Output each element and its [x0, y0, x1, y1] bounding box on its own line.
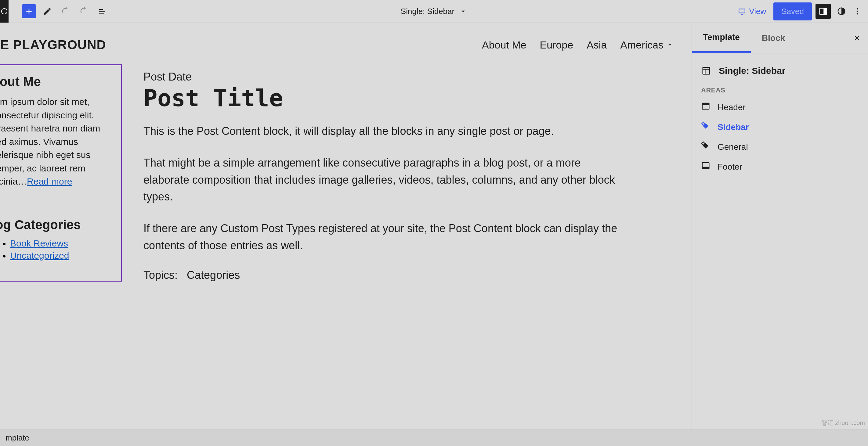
category-link-book-reviews[interactable]: Book Reviews — [10, 238, 68, 248]
watermark: 智汇 zhuon.com — [821, 419, 865, 427]
topbar-right: View Saved — [733, 0, 868, 23]
saved-button-label: Saved — [781, 7, 804, 16]
sidebar-spacer — [0, 188, 115, 218]
monitor-icon — [738, 7, 746, 15]
view-button-label: View — [749, 7, 766, 16]
edit-mode-button[interactable] — [40, 4, 54, 18]
chevron-down-icon — [666, 41, 673, 48]
header-icon — [701, 102, 710, 113]
svg-rect-13 — [703, 143, 708, 149]
svg-rect-3 — [824, 8, 827, 14]
about-me-text[interactable]: rem ipsum dolor sit met, consectetur dip… — [0, 95, 115, 188]
document-overview-button[interactable] — [95, 4, 109, 18]
undo-icon — [61, 7, 70, 16]
add-block-button[interactable] — [22, 4, 36, 18]
area-item-sidebar[interactable]: Sidebar — [701, 117, 859, 137]
template-name-label: Single: Sidebar — [719, 66, 785, 76]
area-item-label: Footer — [717, 162, 742, 172]
post-content-area: Post Date Post Title This is the Post Co… — [144, 64, 673, 282]
kebab-icon — [853, 7, 862, 15]
site-navigation: About Me Europe Asia Americas — [482, 39, 673, 51]
settings-panel: Template Block Single: Sidebar AREAS Hea… — [691, 23, 868, 429]
svg-rect-10 — [702, 103, 709, 105]
topbar-left — [0, 0, 109, 23]
nav-link-americas-label: Americas — [620, 39, 663, 51]
page-body: bout Me rem ipsum dolor sit met, consect… — [0, 58, 691, 282]
read-more-link[interactable]: Read more — [27, 176, 72, 186]
diamond-icon — [701, 141, 710, 153]
svg-point-5 — [857, 8, 858, 10]
tab-template[interactable]: Template — [692, 23, 751, 53]
wordpress-logo[interactable] — [0, 0, 8, 23]
redo-button[interactable] — [77, 4, 91, 18]
areas-section-label: AREAS — [701, 81, 859, 97]
tab-block[interactable]: Block — [751, 23, 796, 53]
topics-value: Categories — [187, 269, 240, 281]
area-item-label: Header — [717, 102, 746, 112]
nav-link-about[interactable]: About Me — [482, 39, 526, 51]
area-item-label: General — [717, 142, 748, 152]
canvas: HE PLAYGROUND About Me Europe Asia Ameri… — [0, 23, 691, 429]
chevron-down-icon — [459, 7, 467, 15]
svg-rect-16 — [702, 167, 709, 169]
category-link-uncategorized[interactable]: Uncategorized — [10, 251, 69, 260]
topbar-center[interactable]: Single: Sidebar — [401, 0, 467, 23]
pencil-icon — [43, 7, 52, 16]
footer-icon — [701, 161, 710, 172]
close-settings-button[interactable] — [851, 32, 863, 44]
redo-icon — [79, 7, 89, 16]
about-me-text-content: rem ipsum dolor sit met, consectetur dip… — [0, 97, 100, 186]
area-item-label: Sidebar — [717, 122, 749, 132]
post-terms-row[interactable]: Topics: Categories — [144, 269, 673, 282]
sidebar-template-part[interactable]: bout Me rem ipsum dolor sit met, consect… — [0, 64, 122, 282]
breadcrumb-item[interactable]: mplate — [5, 433, 29, 443]
nav-link-asia[interactable]: Asia — [587, 39, 607, 51]
area-item-footer[interactable]: Footer — [701, 157, 859, 177]
sidebar-icon — [818, 7, 828, 16]
categories-heading[interactable]: log Categories — [0, 218, 115, 232]
layout-icon — [701, 66, 711, 76]
list-item: Book Reviews — [10, 238, 115, 249]
breadcrumb-bar: mplate — [0, 429, 868, 446]
more-options-button[interactable] — [850, 4, 864, 18]
saved-button[interactable]: Saved — [773, 2, 812, 21]
post-content-paragraph-1[interactable]: This is the Post Content block, it will … — [144, 123, 620, 140]
svg-rect-8 — [703, 67, 710, 74]
svg-point-0 — [2, 8, 7, 14]
topics-label: Topics: — [144, 269, 178, 281]
post-date-block[interactable]: Post Date — [144, 70, 673, 83]
site-header: HE PLAYGROUND About Me Europe Asia Ameri… — [0, 23, 691, 58]
top-toolbar: Single: Sidebar View Saved — [0, 0, 868, 23]
post-title-block[interactable]: Post Title — [144, 85, 673, 112]
nav-link-europe[interactable]: Europe — [540, 39, 574, 51]
settings-tabs: Template Block — [692, 23, 868, 53]
styles-toggle[interactable] — [834, 4, 848, 18]
svg-rect-1 — [739, 9, 745, 13]
list-item: Uncategorized — [10, 251, 115, 261]
template-dropdown-label: Single: Sidebar — [401, 7, 455, 16]
view-button[interactable]: View — [733, 4, 772, 19]
close-icon — [853, 34, 861, 42]
nav-link-americas[interactable]: Americas — [620, 39, 673, 51]
plus-icon — [24, 7, 34, 16]
template-name-row[interactable]: Single: Sidebar — [701, 61, 859, 81]
post-content-paragraph-3[interactable]: If there are any Custom Post Types regis… — [144, 220, 620, 254]
svg-rect-11 — [703, 123, 708, 129]
canvas-inner: HE PLAYGROUND About Me Europe Asia Ameri… — [0, 23, 691, 429]
svg-point-6 — [857, 11, 858, 12]
undo-button[interactable] — [59, 4, 73, 18]
about-me-heading[interactable]: bout Me — [0, 74, 115, 89]
svg-point-7 — [857, 13, 858, 14]
wp-icon — [1, 8, 8, 14]
contrast-icon — [837, 7, 846, 16]
post-content-paragraph-2[interactable]: That might be a simple arrangement like … — [144, 154, 620, 205]
categories-list: Book Reviews Uncategorized — [0, 238, 115, 261]
area-item-header[interactable]: Header — [701, 97, 859, 117]
settings-body: Single: Sidebar AREAS Header Sidebar Gen… — [692, 53, 868, 184]
area-item-general[interactable]: General — [701, 137, 859, 157]
site-title[interactable]: HE PLAYGROUND — [0, 37, 106, 52]
diamond-icon — [701, 121, 710, 133]
settings-panel-toggle[interactable] — [815, 4, 831, 19]
list-icon — [98, 7, 107, 16]
